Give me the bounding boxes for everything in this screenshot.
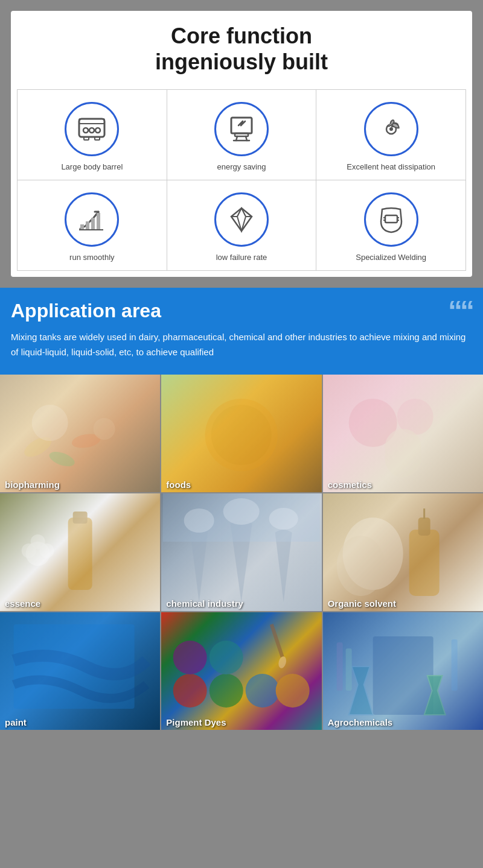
svg-point-34 (94, 418, 115, 440)
heat-label: Excellent heat dissipation (347, 162, 435, 171)
images-grid: biopharming foods cosmetics (0, 375, 483, 730)
svg-rect-67 (451, 639, 457, 691)
image-label-organic: Organic solvent (323, 596, 401, 611)
svg-rect-5 (84, 137, 89, 140)
svg-rect-6 (95, 137, 100, 140)
svg-point-57 (210, 674, 243, 708)
svg-rect-17 (80, 224, 84, 230)
barrel-icon-circle (65, 102, 119, 156)
welding-icon (375, 203, 408, 236)
image-label-paint: paint (0, 715, 31, 730)
heat-icon-circle (364, 102, 418, 156)
image-label-biopharming: biopharming (0, 477, 65, 492)
svg-rect-25 (385, 215, 397, 223)
list-item: Pigment Dyes (161, 612, 321, 730)
application-description: Mixing tanks are widely used in dairy, p… (11, 329, 472, 360)
smooth-icon-circle (65, 192, 119, 247)
svg-rect-64 (373, 636, 433, 715)
barrel-label: Large body barrel (61, 162, 123, 171)
svg-point-58 (246, 674, 280, 708)
failure-label: low failure rate (216, 253, 267, 262)
image-label-essence: essence (0, 596, 45, 611)
core-cell-welding: Specialized Welding (316, 180, 466, 271)
svg-rect-51 (418, 518, 430, 536)
svg-rect-20 (97, 213, 100, 230)
energy-icon (225, 113, 258, 145)
svg-rect-18 (86, 221, 89, 230)
svg-rect-66 (345, 648, 351, 691)
application-title-row: Application area ““ (11, 300, 472, 323)
svg-rect-65 (336, 642, 342, 691)
heat-icon (375, 113, 408, 145)
image-label-cosmetics: cosmetics (323, 477, 377, 492)
svg-point-36 (211, 405, 272, 465)
svg-point-3 (89, 128, 94, 133)
application-section: Application area ““ Mixing tanks are wid… (0, 288, 483, 374)
svg-point-54 (336, 536, 385, 596)
svg-point-63 (278, 656, 288, 669)
list-item: chemical industry (161, 493, 321, 611)
core-cell-smooth: run smoothly (18, 180, 167, 271)
image-label-foods: foods (161, 477, 196, 492)
images-section: biopharming foods cosmetics (0, 375, 483, 730)
image-label-chemical: chemical industry (161, 596, 248, 611)
list-item: cosmetics (323, 375, 483, 492)
svg-point-4 (95, 128, 100, 133)
core-cell-energy: energy saving (167, 90, 317, 180)
failure-icon-circle (214, 192, 269, 247)
svg-point-56 (173, 674, 207, 708)
svg-point-31 (48, 449, 77, 469)
svg-point-2 (83, 128, 88, 133)
svg-rect-39 (385, 429, 421, 477)
welding-label: Specialized Welding (356, 253, 426, 262)
svg-point-61 (210, 641, 243, 674)
image-label-pigment: Pigment Dyes (161, 715, 231, 730)
list-item: foods (161, 375, 321, 492)
svg-point-60 (173, 641, 207, 674)
svg-rect-19 (91, 218, 95, 230)
list-item: paint (0, 612, 160, 730)
energy-label: energy saving (217, 162, 266, 171)
svg-rect-40 (68, 518, 92, 590)
svg-rect-41 (73, 512, 88, 524)
svg-point-45 (40, 543, 54, 558)
svg-point-16 (389, 127, 393, 131)
list-item: Organic solvent (323, 493, 483, 611)
core-title: Core function ingeniously built (17, 23, 466, 75)
list-item: biopharming (0, 375, 160, 492)
application-quotes: ““ (448, 300, 472, 323)
energy-icon-circle (214, 102, 269, 156)
svg-point-59 (276, 674, 310, 708)
core-cell-heat: Excellent heat dissipation (316, 90, 466, 180)
failure-icon (225, 203, 258, 236)
smooth-label: run smoothly (69, 253, 114, 262)
svg-rect-49 (163, 493, 320, 542)
core-cell-barrel: Large body barrel (18, 90, 167, 180)
welding-icon-circle (364, 192, 418, 247)
image-label-agro: Agrochemicals (323, 715, 398, 730)
smooth-icon (75, 203, 108, 236)
svg-point-33 (32, 405, 68, 441)
svg-marker-22 (231, 208, 252, 231)
core-grid: Large body barrel energy saving (17, 89, 466, 271)
list-item: Agrochemicals (323, 612, 483, 730)
core-cell-failure: low failure rate (167, 180, 317, 271)
barrel-icon (75, 113, 108, 145)
list-item: essence (0, 493, 160, 611)
svg-rect-50 (409, 530, 439, 596)
core-function-section: Core function ingeniously built Large bo… (11, 11, 472, 277)
svg-line-62 (272, 624, 284, 661)
application-title: Application area (11, 300, 161, 322)
svg-point-44 (22, 543, 36, 558)
